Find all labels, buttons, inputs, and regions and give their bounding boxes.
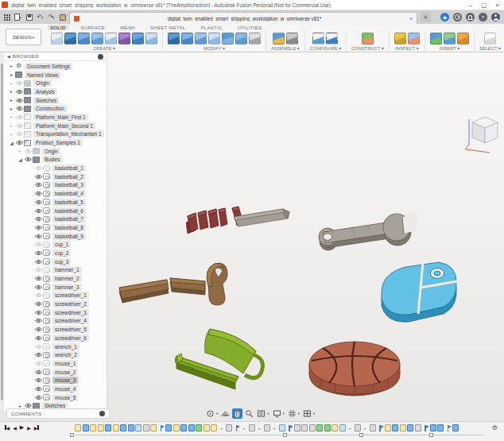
- browser-item-screwdriver-1[interactable]: screwdriver_1: [4, 292, 107, 300]
- navbar-look-at-icon[interactable]: [220, 408, 231, 419]
- combine-icon[interactable]: [222, 33, 234, 44]
- browser-item-basketball-6[interactable]: basketball_6: [4, 207, 107, 215]
- visibility-eye-icon[interactable]: [34, 386, 43, 392]
- pattern-feature-icon[interactable]: [196, 424, 202, 431]
- browser-item-label[interactable]: Bodies: [42, 156, 63, 163]
- visibility-eye-icon[interactable]: [34, 352, 43, 358]
- feature-icon[interactable]: [370, 424, 376, 431]
- browser-item-label[interactable]: wrench_2: [52, 351, 79, 358]
- extrude-feature-icon[interactable]: [392, 424, 398, 431]
- ribbon-group-label[interactable]: INSERT ▾: [440, 46, 460, 51]
- pattern-sketch-icon[interactable]: [105, 33, 117, 44]
- feature-icon[interactable]: [294, 424, 300, 431]
- visibility-eye-icon[interactable]: [15, 106, 24, 111]
- timeline-go-to-start-button[interactable]: ◀: [5, 425, 10, 431]
- extrude-icon[interactable]: [64, 33, 76, 44]
- part-wrench[interactable]: [315, 205, 417, 254]
- visibility-eye-icon[interactable]: [34, 191, 43, 196]
- job-status-icon[interactable]: [453, 13, 462, 21]
- visibility-eye-icon[interactable]: [34, 327, 43, 332]
- browser-item-label[interactable]: mouse_2: [52, 369, 78, 376]
- browser-item-product-samples-1[interactable]: ◢Product_Samples 1: [4, 138, 107, 147]
- split-body-icon[interactable]: [235, 33, 247, 44]
- collapsed-arrow-icon[interactable]: ▸: [8, 132, 15, 137]
- feature-icon[interactable]: [415, 424, 421, 431]
- joint-icon[interactable]: [286, 33, 298, 44]
- browser-item-screwdriver-2[interactable]: screwdriver_2: [4, 300, 107, 308]
- collapsed-group-icon[interactable]: »: [219, 424, 225, 431]
- timeline-marker[interactable]: [283, 433, 287, 437]
- view-cube[interactable]: [463, 113, 499, 154]
- browser-item-transportation-mechanism-1[interactable]: ▸Transportation_Mechanism 1: [4, 130, 107, 139]
- browser-item-wrench-1[interactable]: wrench_1: [4, 342, 107, 351]
- browser-item-label[interactable]: basketball_4: [52, 190, 86, 197]
- sketch-feature-icon[interactable]: [204, 424, 210, 431]
- visibility-eye-icon[interactable]: [15, 80, 24, 86]
- feature-icon[interactable]: [264, 424, 270, 431]
- browser-item-mouse-1[interactable]: mouse_1: [4, 359, 107, 368]
- expanded-arrow-icon[interactable]: ◢: [8, 141, 15, 145]
- sketch-feature-icon[interactable]: [385, 424, 391, 431]
- visibility-eye-icon[interactable]: [34, 301, 43, 307]
- browser-item-label[interactable]: Document Settings: [25, 63, 72, 70]
- visibility-eye-icon[interactable]: [34, 242, 43, 247]
- ribbon-group-label[interactable]: CONSTRUCT ▾: [351, 46, 384, 51]
- component-flag-icon[interactable]: [422, 424, 428, 431]
- browser-item-screwdriver-3[interactable]: screwdriver_3: [4, 308, 107, 317]
- move-icon[interactable]: [249, 33, 261, 44]
- ribbon-tab-mesh[interactable]: MESH: [118, 25, 138, 30]
- extrude-feature-icon[interactable]: [430, 424, 436, 431]
- browser-scrollbar[interactable]: [0, 52, 4, 410]
- browser-item-screwdriver-6[interactable]: screwdriver_6: [4, 334, 107, 342]
- visibility-eye-icon[interactable]: [34, 318, 43, 323]
- browser-item-label[interactable]: Named Views: [25, 72, 60, 79]
- collapsed-group-icon[interactable]: »: [347, 424, 353, 431]
- navbar-pan-icon[interactable]: [232, 408, 242, 419]
- sketch-feature-icon[interactable]: [150, 424, 157, 431]
- browser-item-label[interactable]: basketball_9: [52, 233, 86, 240]
- sketch-feature-icon[interactable]: [211, 424, 217, 431]
- browser-item-label[interactable]: screwdriver_1: [52, 292, 89, 299]
- component-flag-icon[interactable]: [234, 424, 240, 431]
- browser-item-basketball-5[interactable]: basketball_5: [4, 198, 107, 207]
- collapsed-arrow-icon[interactable]: ▸: [8, 98, 15, 103]
- comments-bar[interactable]: COMMENTS: [6, 408, 110, 419]
- visibility-eye-icon[interactable]: [34, 335, 43, 341]
- document-tab[interactable]: digital_twin_enabled_smart_shipping_work…: [69, 12, 417, 24]
- browser-item-hammer-2[interactable]: hammer_2: [4, 274, 107, 283]
- ribbon-tab-sheet-metal[interactable]: SHEET METAL: [148, 25, 188, 30]
- collapsed-arrow-icon[interactable]: ▸: [8, 123, 15, 128]
- browser-item-label[interactable]: Platform_Main_Second 1: [33, 122, 95, 130]
- part-mouse-blue[interactable]: [377, 257, 459, 331]
- navbar-viewports-icon[interactable]: ▾: [302, 408, 316, 419]
- feature-icon[interactable]: [301, 424, 308, 431]
- measure-icon[interactable]: [394, 33, 406, 44]
- ribbon-tab-plastic[interactable]: PLASTIC: [199, 25, 225, 30]
- browser-item-cup-3[interactable]: cup_3: [4, 257, 107, 266]
- minimize-button[interactable]: –: [463, 0, 477, 10]
- extrude-feature-icon[interactable]: [437, 424, 444, 431]
- help-icon[interactable]: ?: [479, 13, 487, 21]
- navbar-display-settings-icon[interactable]: ▾: [272, 408, 285, 419]
- visibility-eye-icon[interactable]: [34, 250, 43, 256]
- visibility-eye-icon[interactable]: [34, 310, 43, 315]
- ribbon-group-label[interactable]: INSPECT ▾: [395, 46, 419, 51]
- dropdown-caret-icon[interactable]: ▾: [267, 412, 269, 416]
- timeline-step-back-button[interactable]: ◀: [13, 425, 17, 431]
- browser-item-label[interactable]: basketball_3: [52, 181, 86, 188]
- browser-item-label[interactable]: screwdriver_2: [52, 300, 89, 308]
- browser-item-named-views[interactable]: ▸Named Views: [4, 71, 107, 79]
- browser-item-basketball-4[interactable]: basketball_4: [4, 189, 107, 198]
- browser-item-document-settings[interactable]: ▸⚙Document Settings: [4, 62, 107, 71]
- part-basketball[interactable]: [305, 326, 405, 399]
- browser-item-bodies[interactable]: ◢Bodies: [4, 156, 107, 164]
- browser-item-label[interactable]: screwdriver_4: [52, 317, 89, 324]
- browser-item-label[interactable]: cup_1: [52, 241, 71, 248]
- browser-item-label[interactable]: basketball_8: [52, 224, 86, 231]
- feature-icon[interactable]: [143, 424, 149, 431]
- revolve-icon[interactable]: [91, 33, 103, 44]
- navbar-zoom-icon[interactable]: [244, 408, 254, 419]
- maximize-button[interactable]: ▢: [477, 0, 490, 10]
- ribbon-group-label[interactable]: ASSEMBLE ▾: [271, 46, 300, 51]
- tab-close-icon[interactable]: ×: [409, 16, 413, 21]
